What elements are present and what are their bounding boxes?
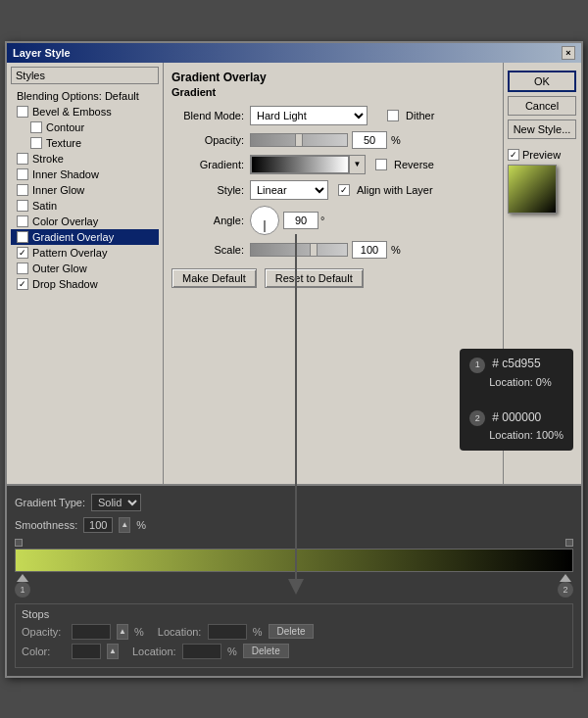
blend-mode-select[interactable]: Hard Light [250,106,368,125]
sidebar-item-pattern-overlay[interactable]: Pattern Overlay [11,245,159,261]
gradient-bar-container: 1 2 [15,539,573,598]
opacity-delete-button[interactable]: Delete [269,624,315,639]
sidebar-item-color-overlay[interactable]: Color Overlay [11,214,159,229]
tooltip-location-1: Location: 0% [489,376,552,388]
panel-title: Gradient Overlay [172,71,495,84]
cancel-button[interactable]: Cancel [508,96,576,116]
gradient-dropdown[interactable]: ▼ [250,155,366,174]
color-stop-left-container: 1 [15,574,30,598]
opacity-label: Opacity: [172,134,250,146]
tooltip-number-1: 1 [469,358,485,373]
stops-section: Stops Opacity: ▲ % Location: % Delete Co… [15,603,573,668]
opacity-stop-row: Opacity: ▲ % Location: % Delete [22,624,566,640]
reverse-checkbox[interactable] [375,159,387,170]
styles-label[interactable]: Styles [11,67,159,84]
sidebar-checkbox-inner-glow[interactable] [17,184,28,196]
style-select[interactable]: Linear [250,180,328,200]
color-location-input[interactable] [182,644,221,659]
sidebar-item-outer-glow[interactable]: Outer Glow [11,261,159,276]
scale-unit: % [391,244,401,256]
opacity-stop-arrow[interactable]: ▲ [117,624,128,640]
close-button[interactable]: × [562,46,575,60]
left-items-container: Blending Options: DefaultBevel & EmbossC… [11,88,159,292]
color-delete-button[interactable]: Delete [243,644,289,658]
sidebar-item-blending-options[interactable]: Blending Options: Default [11,88,159,104]
scale-slider[interactable] [250,243,348,257]
angle-dial[interactable] [250,206,279,235]
smoothness-input[interactable] [83,517,113,533]
sidebar-checkbox-stroke[interactable] [17,153,28,165]
gradient-bar[interactable] [15,549,573,572]
color-stop-right-arrow [560,574,571,582]
panel-subtitle: Gradient [172,86,495,98]
angle-label: Angle: [172,215,250,226]
align-layer-checkbox[interactable] [338,184,350,196]
reset-default-button[interactable]: Reset to Default [265,268,364,288]
color-stop-arrow[interactable]: ▲ [107,644,119,659]
color-stop-row: Color: ▲ Location: % Delete [22,644,566,659]
preview-checkbox[interactable] [508,149,519,161]
align-layer-row[interactable]: Align with Layer [338,184,433,196]
angle-input[interactable] [283,212,318,229]
gradient-type-select[interactable]: Solid [91,494,141,511]
color-stop-input[interactable] [72,644,101,659]
opacity-row: Opacity: % [172,131,495,149]
sidebar-item-texture[interactable]: Texture [11,135,159,151]
color-stop-right-container: 2 [558,574,573,598]
make-default-button[interactable]: Make Default [172,268,257,288]
opacity-location-unit: % [253,626,263,638]
ok-button[interactable]: OK [508,71,576,92]
sidebar-checkbox-bevel-emboss[interactable] [17,106,28,118]
layer-style-dialog: Layer Style × Styles Blending Options: D… [5,41,583,678]
sidebar-checkbox-gradient-overlay[interactable] [17,231,28,243]
gradient-preview[interactable] [251,156,349,173]
sidebar-item-bevel-emboss[interactable]: Bevel & Emboss [11,104,159,120]
opacity-location-label: Location: [158,626,202,638]
sidebar-item-drop-shadow[interactable]: Drop Shadow [11,276,159,292]
sidebar-checkbox-color-overlay[interactable] [17,215,28,227]
stop-number-1[interactable]: 1 [15,582,30,598]
sidebar-label-stroke: Stroke [32,153,64,165]
sidebar-item-inner-shadow[interactable]: Inner Shadow [11,167,159,182]
dither-checkbox[interactable] [387,110,399,121]
buttons-row: Make Default Reset to Default [172,268,495,288]
gradient-editor: Gradient Type: Solid Smoothness: ▲ % [7,484,581,676]
sidebar-checkbox-inner-shadow[interactable] [17,168,28,180]
smoothness-row: Smoothness: ▲ % [15,517,573,533]
sidebar-item-contour[interactable]: Contour [11,120,159,135]
opacity-stop-left[interactable] [15,539,23,547]
sidebar-checkbox-satin[interactable] [17,200,28,212]
sidebar-label-bevel-emboss: Bevel & Emboss [32,106,112,118]
tooltip-stop1: 1 # c5d955 Location: 0% [469,355,564,391]
reverse-checkbox-row[interactable]: Reverse [375,159,434,170]
sidebar-checkbox-texture[interactable] [30,137,42,149]
smoothness-arrow[interactable]: ▲ [119,517,130,533]
new-style-button[interactable]: New Style... [508,120,576,139]
opacity-location-input[interactable] [208,624,247,640]
sidebar-checkbox-outer-glow[interactable] [17,263,28,274]
scale-input[interactable] [352,241,387,259]
tooltip-location-2: Location: 100% [489,429,564,441]
preview-area: Preview [508,149,577,161]
opacity-stop-right[interactable] [565,539,573,547]
opacity-slider[interactable] [250,133,348,147]
sidebar-label-inner-glow: Inner Glow [32,184,84,196]
sidebar-item-stroke[interactable]: Stroke [11,151,159,167]
opacity-stop-label: Opacity: [22,626,66,638]
sidebar-item-satin[interactable]: Satin [11,198,159,214]
sidebar-item-gradient-overlay[interactable]: Gradient Overlay [11,229,159,245]
style-label: Style: [172,184,250,196]
dither-checkbox-row[interactable]: Dither [387,110,434,121]
gradient-dropdown-arrow[interactable]: ▼ [349,156,365,173]
tooltip-color-1: # c5d955 [492,357,540,370]
angle-row: Angle: ° [172,206,495,235]
color-stop-label: Color: [22,646,66,657]
sidebar-checkbox-pattern-overlay[interactable] [17,247,28,259]
stop-number-2[interactable]: 2 [558,582,573,598]
opacity-stop-input[interactable] [72,624,111,640]
angle-line [265,220,266,232]
sidebar-checkbox-drop-shadow[interactable] [17,278,28,290]
sidebar-item-inner-glow[interactable]: Inner Glow [11,182,159,198]
opacity-input[interactable] [352,131,387,149]
sidebar-checkbox-contour[interactable] [30,121,42,133]
